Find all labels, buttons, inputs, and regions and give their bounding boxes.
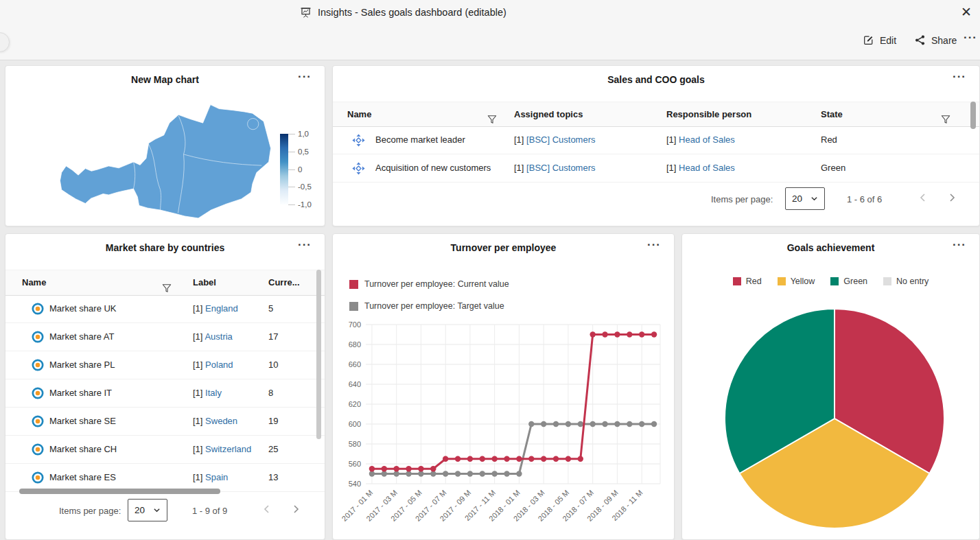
vertical-scrollbar[interactable] (970, 102, 976, 129)
chevron-down-icon (810, 195, 818, 202)
legend-item[interactable]: Yellow (778, 277, 815, 286)
goals-achievement-panel: Goals achievement ··· RedYellowGreenNo e… (681, 233, 980, 540)
goals-table-header: Name Assigned topics Responsible person … (333, 102, 979, 127)
person-link[interactable]: Head of Sales (679, 163, 735, 173)
country-link[interactable]: Sweden (205, 416, 237, 426)
chevron-down-icon (153, 506, 161, 514)
legend-label: Turnover per employee: Target value (364, 301, 504, 311)
column-header-label[interactable]: Label (193, 270, 216, 295)
svg-text:540: 540 (349, 480, 361, 488)
responsible-person-cell: [1] Head of Sales (666, 126, 735, 154)
country-link[interactable]: England (205, 303, 238, 314)
turnover-line-chart[interactable]: 5405605806006206406606807002017 - 01 M20… (341, 319, 667, 537)
vertical-scrollbar[interactable] (316, 270, 321, 439)
page-size-value: 20 (792, 193, 802, 204)
legend-item[interactable]: No entry (883, 277, 929, 286)
table-row[interactable]: Market share PL[1] Poland10 (5, 351, 325, 379)
colorbar-tick-label: 0,5 (298, 148, 309, 156)
legend-item[interactable]: Red (733, 277, 762, 286)
assigned-topics-cell: [1] [BSC] Customers (514, 126, 596, 154)
pie-legend: RedYellowGreenNo entry (682, 277, 979, 286)
legend-label: Green (843, 277, 867, 286)
app-window: Insights - Sales goals dashboard (editab… (0, 0, 980, 540)
label-cell: [1] England (193, 295, 238, 322)
share-label: Share (931, 35, 957, 46)
panel-menu-button[interactable]: ··· (948, 69, 970, 84)
legend-item[interactable]: Green (830, 277, 867, 286)
legend-swatch (349, 302, 358, 311)
column-header-person[interactable]: Responsible person (666, 102, 751, 126)
chevron-right-icon[interactable] (946, 191, 958, 207)
legend-item[interactable]: Turnover per employee: Target value (349, 301, 504, 311)
legend-item[interactable]: Turnover per employee: Current value (349, 279, 509, 289)
label-cell: [1] Switzerland (193, 436, 251, 463)
panel-title: Goals achievement (682, 234, 979, 253)
market-share-panel: Market share by countries ··· Name Label… (5, 233, 325, 540)
page-range-label: 1 - 6 of 6 (847, 194, 882, 204)
colorbar-tick-mark (288, 187, 295, 187)
state-cell: Red (821, 126, 837, 154)
table-row[interactable]: Market share UK[1] England5 (5, 295, 325, 323)
dashboard-title-wrap: Insights - Sales goals dashboard (editab… (300, 0, 506, 25)
horizontal-scrollbar[interactable] (19, 489, 220, 494)
table-row[interactable]: Acquisition of new customers[1] [BSC] Cu… (333, 154, 979, 183)
presentation-chart-icon (300, 7, 312, 19)
share-button[interactable]: Share (910, 34, 961, 47)
colorbar-tick-mark (288, 169, 295, 170)
assigned-topics-cell: [1] [BSC] Customers (514, 154, 596, 182)
panel-menu-button[interactable]: ··· (643, 237, 665, 253)
table-row[interactable]: Market share CH[1] Switzerland25 (5, 436, 325, 464)
country-link[interactable]: Italy (205, 388, 222, 398)
panel-menu-button[interactable]: ··· (294, 237, 316, 253)
topic-link[interactable]: [BSC] Customers (526, 163, 595, 173)
page-size-select[interactable]: 20 (128, 499, 167, 521)
edit-button[interactable]: Edit (859, 34, 900, 47)
goals-pie-chart[interactable] (721, 305, 948, 532)
responsible-person-cell: [1] Head of Sales (666, 154, 735, 182)
column-header-state[interactable]: State (821, 102, 843, 126)
goal-name: Become market leader (375, 126, 465, 154)
colorbar-tick-mark (288, 134, 295, 134)
edge-handle[interactable] (0, 32, 10, 52)
topic-link[interactable]: [BSC] Customers (526, 134, 595, 145)
table-row[interactable]: Market share IT[1] Italy8 (5, 379, 325, 408)
current-value-cell: 25 (268, 436, 278, 463)
svg-text:640: 640 (349, 380, 361, 388)
legend-swatch (830, 277, 839, 285)
country-link[interactable]: Poland (205, 360, 233, 370)
svg-text:700: 700 (349, 320, 361, 329)
chevron-left-icon[interactable] (917, 191, 929, 207)
austria-map[interactable] (59, 104, 272, 220)
current-value-cell: 19 (268, 408, 278, 435)
page-size-select[interactable]: 20 (785, 187, 825, 210)
panel-title: Sales and COO goals (333, 66, 979, 85)
kpi-target-icon (32, 443, 44, 458)
kpi-name: Market share ES (49, 464, 116, 491)
table-row[interactable]: Become market leader[1] [BSC] Customers[… (333, 126, 979, 154)
column-header-topics[interactable]: Assigned topics (514, 102, 583, 126)
goals-table-body: Become market leader[1] [BSC] Customers[… (333, 126, 979, 183)
legend-label: No entry (896, 277, 929, 286)
country-link[interactable]: Austria (205, 331, 232, 342)
panel-menu-button[interactable]: ··· (294, 69, 316, 84)
kpi-name: Market share IT (49, 379, 112, 407)
chevron-right-icon[interactable] (290, 503, 302, 518)
page-range-label: 1 - 9 of 9 (192, 506, 227, 516)
column-header-name[interactable]: Name (347, 102, 371, 126)
toolbar-more-button[interactable]: ··· (959, 30, 980, 45)
table-row[interactable]: Market share ES[1] Spain13 (5, 464, 325, 492)
panel-menu-button[interactable]: ··· (948, 237, 970, 253)
goal-name: Acquisition of new customers (375, 154, 491, 182)
chevron-left-icon[interactable] (261, 503, 273, 518)
column-header-name[interactable]: Name (22, 270, 46, 295)
state-cell: Green (821, 154, 845, 182)
country-link[interactable]: Spain (205, 472, 228, 482)
close-icon[interactable]: ✕ (958, 3, 975, 21)
table-row[interactable]: Market share SE[1] Sweden19 (5, 408, 325, 436)
person-link[interactable]: Head of Sales (679, 134, 735, 145)
table-row[interactable]: Market share AT[1] Austria17 (5, 323, 325, 351)
column-header-current[interactable]: Curre... (268, 270, 300, 295)
country-link[interactable]: Switzerland (205, 444, 251, 454)
items-per-page-label: Items per page: (711, 194, 773, 204)
colorbar-tick-label: 1,0 (298, 130, 309, 138)
